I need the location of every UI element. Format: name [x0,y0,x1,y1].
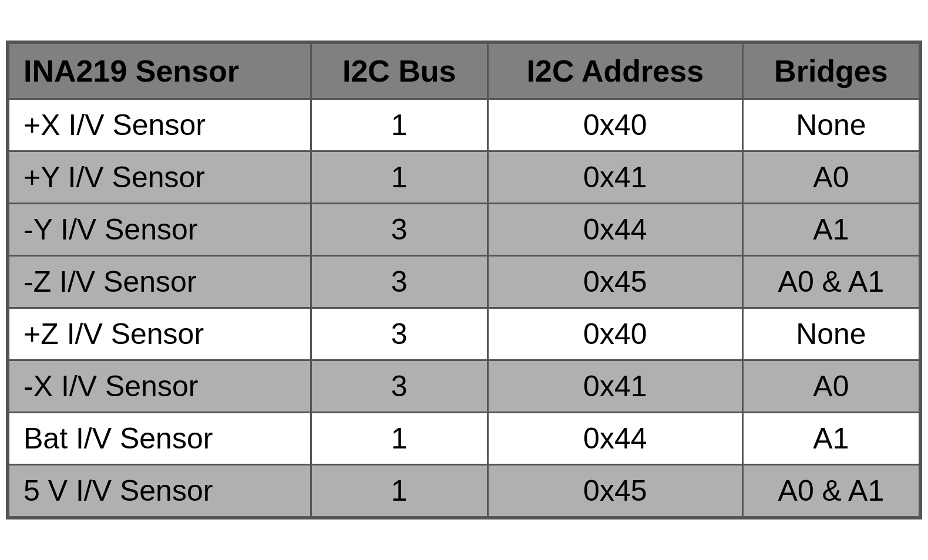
cell-bus: 1 [311,151,487,204]
header-bridges: Bridges [742,43,919,99]
table-row: 5 V I/V Sensor10x45A0 & A1 [9,465,920,517]
cell-address: 0x44 [487,204,742,256]
cell-address: 0x41 [487,151,742,204]
cell-address: 0x40 [487,99,742,151]
table-row: +Z I/V Sensor30x40None [9,308,920,360]
cell-bus: 1 [311,465,487,517]
cell-address: 0x45 [487,256,742,308]
cell-sensor: +Y I/V Sensor [9,151,311,204]
cell-bus: 1 [311,99,487,151]
cell-sensor: -Y I/V Sensor [9,204,311,256]
header-sensor: INA219 Sensor [9,43,311,99]
cell-sensor: -X I/V Sensor [9,360,311,413]
cell-bridges: None [742,308,919,360]
cell-sensor: +X I/V Sensor [9,99,311,151]
table-row: Bat I/V Sensor10x44A1 [9,413,920,465]
cell-bridges: A1 [742,204,919,256]
cell-sensor: +Z I/V Sensor [9,308,311,360]
cell-sensor: 5 V I/V Sensor [9,465,311,517]
cell-bridges: A0 [742,360,919,413]
cell-address: 0x41 [487,360,742,413]
cell-bridges: A0 & A1 [742,465,919,517]
cell-bus: 3 [311,204,487,256]
cell-bridges: A0 [742,151,919,204]
table-row: -Y I/V Sensor30x44A1 [9,204,920,256]
table-row: +Y I/V Sensor10x41A0 [9,151,920,204]
table-header-row: INA219 Sensor I2C Bus I2C Address Bridge… [9,43,920,99]
table-body: +X I/V Sensor10x40None+Y I/V Sensor10x41… [9,99,920,517]
header-i2c-bus: I2C Bus [311,43,487,99]
sensor-table: INA219 Sensor I2C Bus I2C Address Bridge… [8,42,920,518]
cell-bus: 3 [311,308,487,360]
cell-bridges: A0 & A1 [742,256,919,308]
table-row: +X I/V Sensor10x40None [9,99,920,151]
cell-address: 0x45 [487,465,742,517]
cell-bus: 3 [311,360,487,413]
table-row: -X I/V Sensor30x41A0 [9,360,920,413]
cell-bridges: A1 [742,413,919,465]
cell-sensor: -Z I/V Sensor [9,256,311,308]
sensor-table-container: INA219 Sensor I2C Bus I2C Address Bridge… [6,41,922,519]
cell-address: 0x44 [487,413,742,465]
cell-bus: 3 [311,256,487,308]
cell-address: 0x40 [487,308,742,360]
cell-bridges: None [742,99,919,151]
cell-sensor: Bat I/V Sensor [9,413,311,465]
cell-bus: 1 [311,413,487,465]
table-row: -Z I/V Sensor30x45A0 & A1 [9,256,920,308]
header-i2c-address: I2C Address [487,43,742,99]
